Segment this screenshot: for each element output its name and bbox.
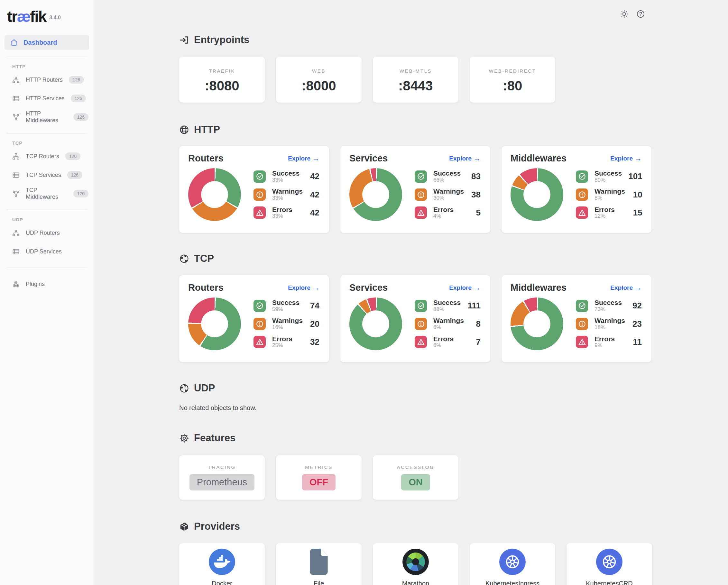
docker-icon — [209, 549, 235, 575]
feature-value-badge: Prometheus — [189, 474, 255, 490]
sidebar-section-http: HTTP — [12, 64, 94, 69]
error-icon — [254, 336, 266, 348]
count-badge: 126 — [65, 153, 80, 160]
routers-icon — [12, 153, 20, 160]
explore-link[interactable]: Explore→ — [610, 154, 642, 163]
count-badge: 126 — [67, 171, 82, 179]
feature-value-badge: ON — [401, 474, 430, 490]
help-icon[interactable] — [636, 10, 645, 18]
provider-name: KubernetesIngress — [486, 580, 540, 585]
stat-value: 8 — [476, 319, 480, 329]
tcp-services-card: Services Explore→ Success88% 111 Warnin — [340, 275, 490, 362]
services-icon — [12, 248, 20, 255]
warning-icon — [254, 188, 266, 201]
arrow-right-icon: → — [635, 154, 642, 163]
explore-link[interactable]: Explore→ — [449, 154, 480, 163]
stat-value: 92 — [632, 301, 642, 311]
stat-row-success: Success73% 92 — [576, 299, 642, 312]
provider-name: Marathon — [402, 580, 430, 585]
sidebar-item-plugins[interactable]: Plugins — [0, 275, 94, 293]
sidebar-item-udp-routers[interactable]: UDP Routers — [0, 223, 94, 242]
stat-value: 101 — [628, 171, 642, 181]
features-section-header: Features — [179, 431, 728, 445]
stat-value: 23 — [632, 319, 642, 329]
card-title: Routers — [188, 282, 224, 293]
sidebar-item-http-middlewares[interactable]: HTTP Middlewares 126 — [0, 108, 94, 126]
features-cards: TRACING Prometheus METRICS OFF ACCESSLOG… — [179, 455, 728, 500]
main-area: Entrypoints TRAEFIK :8080 WEB :8000 WEB-… — [94, 0, 728, 585]
feature-card-tracing: TRACING Prometheus — [179, 455, 265, 500]
provider-card-docker: Docker — [179, 543, 265, 585]
stat-row-success: Success59% 74 — [254, 299, 319, 312]
explore-link[interactable]: Explore→ — [288, 284, 319, 292]
card-title: Routers — [188, 153, 224, 164]
arrow-right-icon: → — [312, 284, 319, 292]
provider-name: KubernetesCRD — [586, 580, 633, 585]
stat-value: 42 — [310, 171, 319, 181]
services-icon — [12, 171, 20, 179]
services-icon — [12, 95, 20, 102]
stat-row-success: Success66% 83 — [415, 170, 480, 183]
entrypoint-name: TRAEFIK — [209, 68, 235, 74]
section-title: Entrypoints — [194, 34, 249, 46]
stat-row-warnings: Warnings6% 8 — [415, 317, 480, 330]
stat-row-errors: Errors9% 11 — [576, 336, 642, 349]
explore-link[interactable]: Explore→ — [449, 284, 480, 292]
stat-value: 5 — [476, 208, 480, 218]
stat-value: 83 — [471, 171, 480, 181]
explore-link[interactable]: Explore→ — [288, 154, 319, 163]
stat-value: 32 — [310, 337, 319, 347]
routers-icon — [12, 229, 20, 237]
provider-name: Docker — [212, 580, 232, 585]
kubernetes-icon — [596, 549, 623, 575]
arrow-right-icon: → — [312, 154, 319, 163]
theme-toggle-sun-icon[interactable] — [620, 10, 629, 18]
home-icon — [10, 38, 18, 47]
topbar — [620, 10, 645, 18]
entrypoint-port: :8000 — [302, 78, 336, 94]
entrypoints-header: Entrypoints — [179, 33, 728, 47]
sidebar-item-http-services[interactable]: HTTP Services 126 — [0, 89, 94, 108]
success-icon — [576, 300, 588, 312]
donut-chart — [188, 297, 241, 350]
sidebar-item-http-routers[interactable]: HTTP Routers 126 — [0, 71, 94, 89]
sidebar-item-udp-services[interactable]: UDP Services — [0, 242, 94, 261]
traefik-logo: træfik 3.4.0 — [7, 8, 94, 25]
http-services-card: Services Explore→ Success66% 83 Warning — [340, 146, 490, 233]
sidebar-item-tcp-services[interactable]: TCP Services 126 — [0, 166, 94, 184]
kubernetes-icon — [499, 549, 526, 575]
count-badge: 126 — [73, 190, 88, 197]
middlewares-icon — [12, 113, 20, 121]
divider — [6, 133, 87, 133]
sidebar-item-dashboard[interactable]: Dashboard — [4, 35, 89, 50]
sidebar-item-label: UDP Routers — [26, 230, 60, 236]
entrypoint-port: :8080 — [205, 78, 239, 94]
stat-value: 10 — [633, 190, 643, 200]
udp-empty-message: No related objects to show. — [179, 404, 728, 411]
sidebar-item-label: HTTP Middlewares — [26, 110, 67, 124]
entrypoint-name: WEB — [312, 68, 326, 74]
donut-chart — [188, 168, 241, 221]
entrypoint-port: :80 — [503, 78, 522, 94]
stat-value: 20 — [310, 319, 319, 329]
middlewares-icon — [12, 190, 20, 197]
dashboard-content: Entrypoints TRAEFIK :8080 WEB :8000 WEB-… — [94, 0, 728, 585]
card-title: Middlewares — [511, 153, 567, 164]
marathon-icon — [402, 549, 429, 575]
donut-chart — [349, 297, 402, 350]
http-routers-card: Routers Explore→ Success33% 42 Warnings — [179, 146, 329, 233]
sidebar-item-tcp-middlewares[interactable]: TCP Middlewares 126 — [0, 184, 94, 203]
http-cards: Routers Explore→ Success33% 42 Warnings — [179, 146, 728, 233]
package-box-icon — [179, 522, 189, 532]
section-title: Providers — [194, 521, 240, 532]
logo-ae: æ — [17, 8, 30, 25]
sidebar-item-label: Dashboard — [24, 39, 57, 46]
entrypoints-cards: TRAEFIK :8080 WEB :8000 WEB-MTLS :8443 W… — [179, 57, 728, 103]
divider — [6, 57, 87, 57]
sidebar-item-tcp-routers[interactable]: TCP Routers 126 — [0, 147, 94, 166]
logo-text: tr — [7, 8, 17, 25]
udp-section-header: UDP — [179, 381, 728, 395]
explore-link[interactable]: Explore→ — [610, 284, 642, 292]
error-icon — [415, 336, 427, 348]
stat-row-warnings: Warnings33% 42 — [254, 188, 319, 201]
